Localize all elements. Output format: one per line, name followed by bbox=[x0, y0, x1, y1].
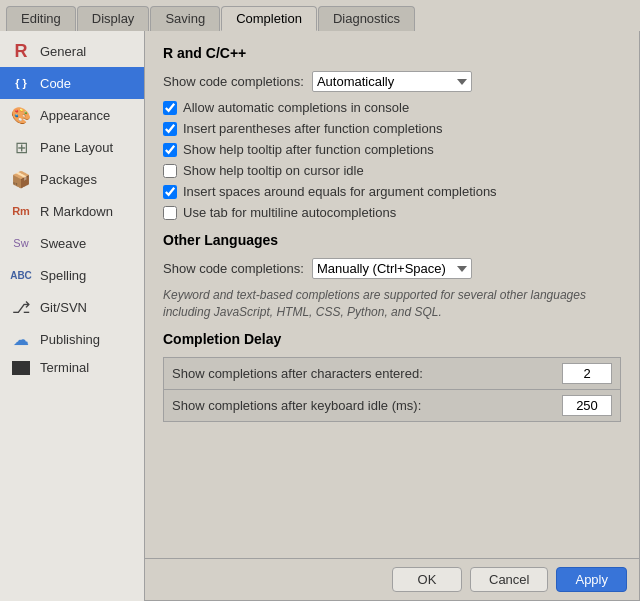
pane-layout-icon: ⊞ bbox=[10, 136, 32, 158]
delay-label-1: Show completions after keyboard idle (ms… bbox=[172, 398, 562, 413]
sidebar-item-publishing[interactable]: ☁ Publishing bbox=[0, 323, 144, 355]
checkbox-spaces[interactable] bbox=[163, 185, 177, 199]
sidebar-label-packages: Packages bbox=[40, 172, 97, 187]
content-inner: R and C/C++ Show code completions: Autom… bbox=[145, 31, 639, 558]
apply-button[interactable]: Apply bbox=[556, 567, 627, 592]
other-completion-select[interactable]: Automatically When Triggered (Tab) Manua… bbox=[312, 258, 472, 279]
delay-input-chars[interactable] bbox=[562, 363, 612, 384]
content-area: R and C/C++ Show code completions: Autom… bbox=[145, 31, 640, 601]
sidebar-label-appearance: Appearance bbox=[40, 108, 110, 123]
checkbox-label-1: Insert parentheses after function comple… bbox=[183, 121, 442, 136]
main-content: R General { } Code 🎨 Appearance ⊞ Pane L… bbox=[0, 31, 640, 601]
tab-editing[interactable]: Editing bbox=[6, 6, 76, 31]
sidebar-item-general[interactable]: R General bbox=[0, 35, 144, 67]
checkbox-label-4: Insert spaces around equals for argument… bbox=[183, 184, 497, 199]
sidebar-item-rmarkdown[interactable]: Rm R Markdown bbox=[0, 195, 144, 227]
checkbox-label-2: Show help tooltip after function complet… bbox=[183, 142, 434, 157]
git-icon: ⎇ bbox=[10, 296, 32, 318]
tab-completion[interactable]: Completion bbox=[221, 6, 317, 31]
sidebar-item-pane-layout[interactable]: ⊞ Pane Layout bbox=[0, 131, 144, 163]
r-section-title: R and C/C++ bbox=[163, 45, 621, 61]
general-icon: R bbox=[10, 40, 32, 62]
sidebar-label-sweave: Sweave bbox=[40, 236, 86, 251]
sidebar-label-code: Code bbox=[40, 76, 71, 91]
r-completion-row: Show code completions: Automatically Whe… bbox=[163, 71, 621, 92]
checkbox-parens[interactable] bbox=[163, 122, 177, 136]
delay-label-0: Show completions after characters entere… bbox=[172, 366, 562, 381]
sidebar-label-spelling: Spelling bbox=[40, 268, 86, 283]
checkbox-console[interactable] bbox=[163, 101, 177, 115]
completion-delay-box: Show completions after characters entere… bbox=[163, 357, 621, 422]
r-completion-select[interactable]: Automatically When Triggered (Tab) Manua… bbox=[312, 71, 472, 92]
appearance-icon: 🎨 bbox=[10, 104, 32, 126]
ok-button[interactable]: OK bbox=[392, 567, 462, 592]
checkbox-row-4: Insert spaces around equals for argument… bbox=[163, 184, 621, 199]
sidebar-item-terminal[interactable]: Terminal bbox=[0, 355, 144, 380]
checkbox-row-3: Show help tooltip on cursor idle bbox=[163, 163, 621, 178]
checkbox-label-0: Allow automatic completions in console bbox=[183, 100, 409, 115]
checkbox-tab[interactable] bbox=[163, 206, 177, 220]
checkbox-tooltip[interactable] bbox=[163, 143, 177, 157]
checkbox-row-1: Insert parentheses after function comple… bbox=[163, 121, 621, 136]
dialog: Editing Display Saving Completion Diagno… bbox=[0, 0, 640, 601]
cancel-button[interactable]: Cancel bbox=[470, 567, 548, 592]
spelling-icon: ABC bbox=[10, 264, 32, 286]
tab-diagnostics[interactable]: Diagnostics bbox=[318, 6, 415, 31]
sidebar-item-sweave[interactable]: Sw Sweave bbox=[0, 227, 144, 259]
sidebar-label-rmarkdown: R Markdown bbox=[40, 204, 113, 219]
publishing-icon: ☁ bbox=[10, 328, 32, 350]
sidebar-label-git: Git/SVN bbox=[40, 300, 87, 315]
r-completion-label: Show code completions: bbox=[163, 74, 304, 89]
delay-section-title: Completion Delay bbox=[163, 331, 621, 347]
tab-saving[interactable]: Saving bbox=[150, 6, 220, 31]
sidebar-label-pane-layout: Pane Layout bbox=[40, 140, 113, 155]
sidebar-label-terminal: Terminal bbox=[40, 360, 89, 375]
checkbox-label-5: Use tab for multiline autocompletions bbox=[183, 205, 396, 220]
packages-icon: 📦 bbox=[10, 168, 32, 190]
sidebar-item-git[interactable]: ⎇ Git/SVN bbox=[0, 291, 144, 323]
checkbox-row-2: Show help tooltip after function complet… bbox=[163, 142, 621, 157]
checkbox-row-0: Allow automatic completions in console bbox=[163, 100, 621, 115]
rmarkdown-icon: Rm bbox=[10, 200, 32, 222]
sidebar: R General { } Code 🎨 Appearance ⊞ Pane L… bbox=[0, 31, 145, 601]
other-section-title: Other Languages bbox=[163, 232, 621, 248]
sidebar-label-publishing: Publishing bbox=[40, 332, 100, 347]
sidebar-item-appearance[interactable]: 🎨 Appearance bbox=[0, 99, 144, 131]
delay-input-ms[interactable] bbox=[562, 395, 612, 416]
other-completion-label: Show code completions: bbox=[163, 261, 304, 276]
delay-row-1: Show completions after keyboard idle (ms… bbox=[164, 390, 620, 421]
sidebar-item-packages[interactable]: 📦 Packages bbox=[0, 163, 144, 195]
sidebar-item-code[interactable]: { } Code bbox=[0, 67, 144, 99]
checkbox-cursor-idle[interactable] bbox=[163, 164, 177, 178]
sidebar-label-general: General bbox=[40, 44, 86, 59]
checkbox-label-3: Show help tooltip on cursor idle bbox=[183, 163, 364, 178]
bottom-bar: OK Cancel Apply bbox=[145, 558, 639, 600]
terminal-icon bbox=[12, 361, 30, 375]
tab-display[interactable]: Display bbox=[77, 6, 150, 31]
sweave-icon: Sw bbox=[10, 232, 32, 254]
other-info-text: Keyword and text-based completions are s… bbox=[163, 287, 621, 321]
checkbox-row-5: Use tab for multiline autocompletions bbox=[163, 205, 621, 220]
code-icon: { } bbox=[10, 72, 32, 94]
top-tabs-bar: Editing Display Saving Completion Diagno… bbox=[0, 0, 640, 31]
other-completion-row: Show code completions: Automatically Whe… bbox=[163, 258, 621, 279]
sidebar-item-spelling[interactable]: ABC Spelling bbox=[0, 259, 144, 291]
delay-row-0: Show completions after characters entere… bbox=[164, 358, 620, 390]
